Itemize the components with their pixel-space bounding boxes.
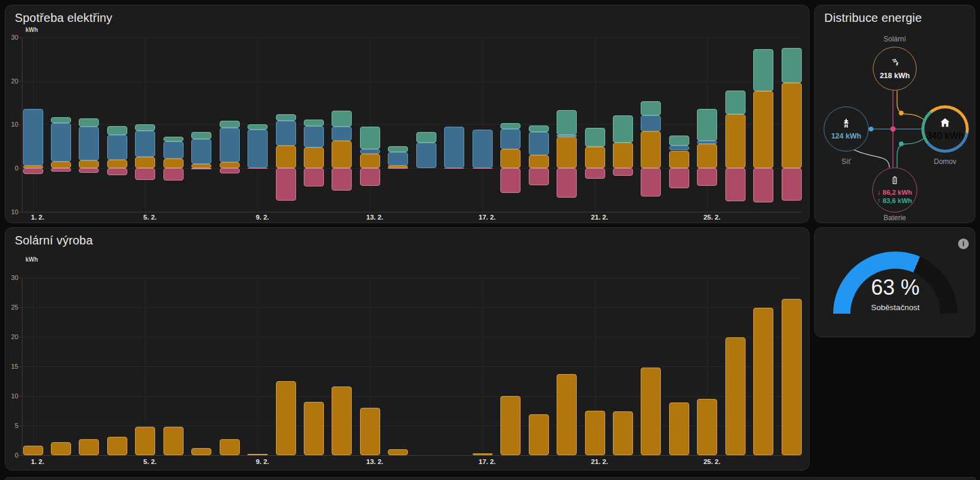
solární-bar-day9-solar-production[interactable] — [248, 454, 268, 455]
spotřeba-bar-day25-grid-consumption[interactable] — [697, 141, 717, 143]
solární-bar-day28-solar-production[interactable] — [782, 299, 802, 455]
spotřeba-bar-day3-battery-discharge[interactable] — [79, 118, 99, 127]
spotřeba-bar-day1-grid-consumption[interactable] — [23, 109, 43, 166]
spotřeba-bar-day10-battery-discharge[interactable] — [276, 114, 296, 121]
solární-bar-day11-solar-production[interactable] — [304, 402, 324, 455]
spotřeba-bar-day25-battery-discharge[interactable] — [697, 109, 717, 141]
spotřeba-bar-day6-battery-discharge[interactable] — [163, 137, 184, 141]
solární-bar-day21-solar-production[interactable] — [585, 411, 605, 455]
spotřeba-bar-day15-grid-consumption[interactable] — [416, 143, 436, 168]
solární-bar-day5-solar-production[interactable] — [135, 427, 155, 455]
bar-day12-returned-to-grid[interactable] — [332, 168, 352, 191]
spotřeba-bar-day18-grid-consumption[interactable] — [500, 129, 520, 150]
solární-bar-day1-solar-production[interactable] — [23, 446, 43, 455]
spotřeba-bar-day21-battery-discharge[interactable] — [585, 128, 605, 147]
spotřeba-bar-day5-battery-discharge[interactable] — [135, 124, 155, 131]
spotřeba-bar-day6-solar-self-consumption[interactable] — [163, 159, 184, 168]
spotřeba-bar-day27-solar-self-consumption[interactable] — [753, 91, 773, 168]
solární-bar-day8-solar-production[interactable] — [220, 439, 240, 455]
spotřeba-bar-day19-solar-self-consumption[interactable] — [529, 155, 549, 168]
spotřeba-bar-day24-solar-self-consumption[interactable] — [669, 151, 689, 169]
spotřeba-bar-day3-grid-consumption[interactable] — [79, 127, 99, 161]
spotřeba-bar-day23-grid-consumption[interactable] — [641, 115, 661, 131]
bar-day19-returned-to-grid[interactable] — [529, 168, 549, 185]
spotřeba-bar-day9-battery-discharge[interactable] — [248, 124, 268, 130]
spotřeba-bar-day13-grid-consumption[interactable] — [360, 149, 380, 153]
info-icon[interactable]: i — [958, 239, 969, 249]
solární-bar-day24-solar-production[interactable] — [669, 402, 689, 455]
bar-day24-returned-to-grid[interactable] — [669, 168, 689, 188]
solární-bar-day17-solar-production[interactable] — [473, 453, 493, 455]
spotřeba-bar-day5-solar-self-consumption[interactable] — [135, 157, 155, 168]
spotřeba-bar-day18-solar-self-consumption[interactable] — [500, 149, 520, 168]
bar-day4-returned-to-grid[interactable] — [107, 168, 127, 175]
spotřeba-bar-day23-battery-discharge[interactable] — [641, 101, 661, 115]
solární-bar-day23-solar-production[interactable] — [641, 368, 661, 455]
spotřeba-bar-day14-grid-consumption[interactable] — [388, 152, 408, 166]
spotřeba-bar-day13-battery-discharge[interactable] — [360, 127, 380, 149]
spotřeba-bar-day4-battery-discharge[interactable] — [107, 126, 127, 135]
solární-bar-day4-solar-production[interactable] — [107, 437, 127, 455]
spotřeba-bar-day8-solar-self-consumption[interactable] — [220, 162, 240, 168]
spotřeba-bar-day20-grid-consumption[interactable] — [557, 135, 577, 137]
spotřeba-bar-day10-solar-self-consumption[interactable] — [276, 146, 296, 168]
spotřeba-bar-day7-battery-discharge[interactable] — [191, 132, 211, 139]
spotřeba-bar-day19-battery-discharge[interactable] — [529, 125, 549, 132]
bar-day6-returned-to-grid[interactable] — [163, 168, 184, 181]
spotřeba-bar-day6-grid-consumption[interactable] — [163, 141, 184, 159]
bar-day5-returned-to-grid[interactable] — [135, 168, 155, 180]
bar-day2-returned-to-grid[interactable] — [51, 168, 71, 172]
spotřeba-bar-day3-solar-self-consumption[interactable] — [79, 160, 99, 168]
bar-day25-returned-to-grid[interactable] — [697, 168, 717, 186]
bar-day1-returned-to-grid[interactable] — [23, 168, 43, 174]
bar-day18-returned-to-grid[interactable] — [500, 168, 520, 193]
solar-node[interactable]: 218 kWh — [873, 47, 917, 91]
solární-bar-day18-solar-production[interactable] — [500, 396, 520, 455]
solární-bar-day2-solar-production[interactable] — [51, 442, 71, 455]
bar-day22-returned-to-grid[interactable] — [613, 168, 633, 176]
spotřeba-bar-day25-solar-self-consumption[interactable] — [697, 144, 717, 168]
solární-bar-day6-solar-production[interactable] — [163, 427, 184, 455]
bar-day7-returned-to-grid[interactable] — [191, 168, 211, 169]
spotřeba-bar-day4-solar-self-consumption[interactable] — [107, 160, 127, 168]
spotřeba-bar-day9-grid-consumption[interactable] — [248, 130, 268, 168]
spotřeba-bar-day2-grid-consumption[interactable] — [51, 123, 71, 162]
spotřeba-bar-day12-battery-discharge[interactable] — [332, 111, 352, 127]
bar-day16-returned-to-grid[interactable] — [444, 168, 464, 169]
spotřeba-bar-day22-solar-self-consumption[interactable] — [613, 143, 633, 168]
battery-node[interactable]: ↓ 86,2 kWh ↑ 83,6 kWh — [872, 167, 917, 212]
spotřeba-bar-day2-battery-discharge[interactable] — [51, 117, 71, 123]
spotřeba-bar-day28-solar-self-consumption[interactable] — [782, 83, 802, 168]
bar-day11-returned-to-grid[interactable] — [304, 168, 324, 186]
spotřeba-bar-day19-grid-consumption[interactable] — [529, 132, 549, 155]
spotřeba-bar-day12-grid-consumption[interactable] — [332, 127, 352, 141]
solární-bar-day14-solar-production[interactable] — [388, 449, 408, 455]
bar-day13-returned-to-grid[interactable] — [360, 168, 380, 186]
spotřeba-bar-day26-battery-discharge[interactable] — [725, 91, 746, 114]
spotřeba-bar-day17-grid-consumption[interactable] — [473, 130, 493, 168]
spotřeba-bar-day18-battery-discharge[interactable] — [500, 123, 520, 129]
spotřeba-bar-day21-solar-self-consumption[interactable] — [585, 147, 605, 168]
spotřeba-bar-day28-battery-discharge[interactable] — [782, 48, 802, 83]
bar-day27-returned-to-grid[interactable] — [753, 168, 773, 202]
spotřeba-bar-day7-grid-consumption[interactable] — [191, 139, 211, 165]
bar-day23-returned-to-grid[interactable] — [641, 168, 661, 196]
solární-bar-day26-solar-production[interactable] — [725, 337, 746, 455]
spotřeba-bar-day22-battery-discharge[interactable] — [613, 115, 633, 143]
solární-bar-day25-solar-production[interactable] — [697, 399, 717, 455]
solární-bar-day20-solar-production[interactable] — [557, 374, 577, 455]
bar-day14-returned-to-grid[interactable] — [388, 168, 408, 169]
spotřeba-bar-day20-solar-self-consumption[interactable] — [557, 137, 577, 168]
spotřeba-bar-day23-solar-self-consumption[interactable] — [641, 131, 661, 168]
spotřeba-bar-day20-battery-discharge[interactable] — [557, 110, 577, 135]
spotřeba-bar-day11-solar-self-consumption[interactable] — [304, 147, 324, 168]
spotřeba-bar-day11-grid-consumption[interactable] — [304, 126, 324, 147]
solární-bar-day10-solar-production[interactable] — [276, 381, 296, 455]
spotřeba-bar-day8-grid-consumption[interactable] — [220, 128, 240, 162]
spotřeba-bar-day27-battery-discharge[interactable] — [753, 49, 773, 91]
solární-bar-day19-solar-production[interactable] — [529, 414, 549, 455]
bar-day20-returned-to-grid[interactable] — [557, 168, 577, 198]
spotřeba-bar-day26-solar-self-consumption[interactable] — [725, 114, 746, 168]
solární-bar-day3-solar-production[interactable] — [79, 439, 99, 455]
solární-bar-day13-solar-production[interactable] — [360, 408, 380, 455]
